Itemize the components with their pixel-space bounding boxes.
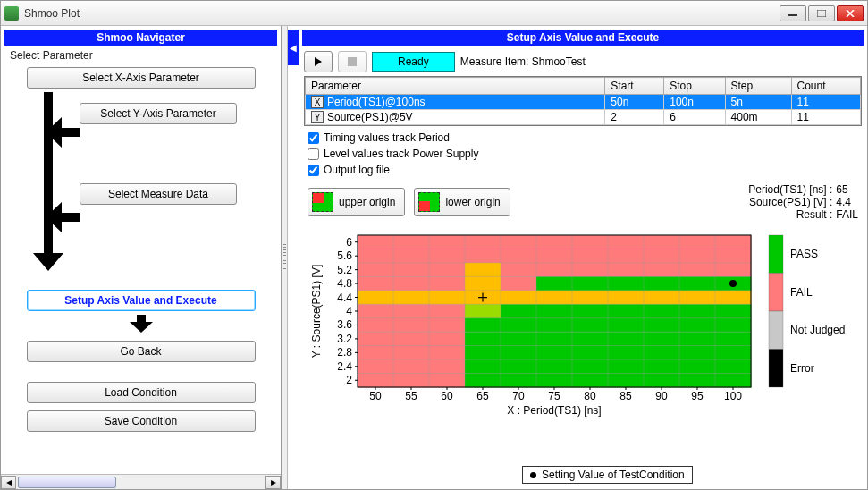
svg-rect-33 xyxy=(644,263,680,277)
svg-rect-68 xyxy=(715,304,752,318)
scroll-left-icon[interactable]: ◂ xyxy=(1,476,16,489)
svg-rect-51 xyxy=(501,291,537,305)
svg-rect-2 xyxy=(348,57,357,66)
svg-rect-86 xyxy=(572,332,609,346)
check-timing[interactable]: Timing values track Period xyxy=(308,131,858,144)
svg-rect-96 xyxy=(536,346,573,360)
svg-rect-118 xyxy=(536,374,573,388)
lower-origin-button[interactable]: lower origin xyxy=(414,188,510,216)
svg-rect-45 xyxy=(679,276,716,291)
svg-rect-104 xyxy=(429,359,466,374)
check-level[interactable]: Level values track Power Supply xyxy=(308,148,858,160)
svg-rect-72 xyxy=(465,318,501,333)
svg-rect-94 xyxy=(465,346,501,360)
svg-rect-198 xyxy=(769,274,783,312)
setup-axis-value-button[interactable]: Setup Axis Value and Execute xyxy=(27,290,256,311)
svg-rect-54 xyxy=(608,291,645,305)
svg-rect-29 xyxy=(501,263,537,277)
status-source-value: 4.4 xyxy=(836,196,858,208)
select-x-axis-button[interactable]: Select X-Axis Parameter xyxy=(27,67,256,89)
svg-rect-0 xyxy=(788,14,797,16)
select-y-axis-button[interactable]: Select Y-Axis Parameter xyxy=(80,103,237,124)
svg-rect-91 xyxy=(358,346,394,360)
maximize-button[interactable] xyxy=(808,5,835,21)
go-back-button[interactable]: Go Back xyxy=(27,341,256,362)
svg-rect-38 xyxy=(429,276,466,291)
svg-rect-120 xyxy=(608,374,645,388)
col-step[interactable]: Step xyxy=(725,78,791,95)
select-measure-data-button[interactable]: Select Measure Data xyxy=(80,183,237,205)
svg-rect-122 xyxy=(679,374,716,388)
svg-rect-109 xyxy=(608,359,645,374)
svg-text:55: 55 xyxy=(405,390,417,402)
svg-rect-59 xyxy=(393,304,430,318)
svg-text:65: 65 xyxy=(476,390,489,402)
svg-rect-65 xyxy=(608,304,645,318)
svg-rect-101 xyxy=(715,346,752,360)
scroll-right-icon[interactable]: ▸ xyxy=(265,476,281,489)
col-parameter[interactable]: Parameter xyxy=(306,78,605,95)
svg-rect-69 xyxy=(358,318,394,333)
setting-value-note: Setting Value of TestCondition xyxy=(522,466,693,484)
col-count[interactable]: Count xyxy=(791,78,860,95)
svg-rect-61 xyxy=(465,304,501,318)
check-log[interactable]: Output log file xyxy=(308,164,858,176)
svg-rect-119 xyxy=(572,374,609,388)
svg-rect-98 xyxy=(608,346,645,360)
svg-rect-202 xyxy=(769,350,783,388)
svg-rect-5 xyxy=(429,235,466,249)
svg-rect-121 xyxy=(644,374,680,388)
svg-rect-10 xyxy=(608,235,645,249)
svg-rect-23 xyxy=(679,249,716,263)
upper-origin-icon xyxy=(312,192,333,212)
col-stop[interactable]: Stop xyxy=(664,78,725,95)
close-button[interactable] xyxy=(837,5,864,21)
navigator-header: Shmoo Navigater xyxy=(4,30,277,46)
svg-rect-74 xyxy=(536,318,573,333)
svg-rect-21 xyxy=(608,249,645,263)
scroll-thumb[interactable] xyxy=(18,477,116,488)
shmoo-plot[interactable]: 65.65.24.84.443.63.22.82.425055606570758… xyxy=(304,226,858,441)
svg-rect-19 xyxy=(536,249,573,263)
svg-text:X : Period(TS1)  [ns]: X : Period(TS1) [ns] xyxy=(507,404,601,417)
play-button[interactable] xyxy=(304,51,333,72)
svg-text:3.2: 3.2 xyxy=(337,333,352,345)
splitter[interactable] xyxy=(282,26,288,489)
svg-rect-115 xyxy=(429,374,466,388)
svg-rect-60 xyxy=(429,304,466,318)
svg-rect-88 xyxy=(644,332,680,346)
load-condition-button[interactable]: Load Condition xyxy=(27,382,256,403)
svg-rect-200 xyxy=(769,311,783,350)
svg-rect-107 xyxy=(536,359,573,374)
svg-rect-35 xyxy=(715,263,752,277)
svg-rect-52 xyxy=(536,291,573,305)
upper-origin-button[interactable]: upper origin xyxy=(308,188,405,216)
col-start[interactable]: Start xyxy=(605,78,664,95)
svg-rect-64 xyxy=(572,304,609,318)
svg-rect-25 xyxy=(358,263,394,277)
svg-rect-93 xyxy=(429,346,466,360)
minimize-button[interactable] xyxy=(780,5,806,21)
svg-rect-83 xyxy=(465,332,501,346)
stop-button[interactable] xyxy=(338,51,367,72)
svg-rect-70 xyxy=(393,318,430,333)
svg-text:FAIL: FAIL xyxy=(790,286,813,299)
table-row[interactable]: XPeriod(TS1)@100ns50n100n5n11 xyxy=(306,95,861,110)
svg-rect-44 xyxy=(644,276,680,291)
svg-rect-24 xyxy=(715,249,752,263)
svg-text:4: 4 xyxy=(346,305,352,317)
left-hscrollbar[interactable]: ◂ ▸ xyxy=(1,474,281,489)
svg-rect-196 xyxy=(769,235,783,274)
save-condition-button[interactable]: Save Condition xyxy=(27,410,256,432)
collapse-left-icon[interactable]: ◀ xyxy=(288,30,299,65)
table-row[interactable]: YSource(PS1)@5V26400m11 xyxy=(306,110,861,125)
svg-rect-47 xyxy=(358,291,394,305)
parameter-table[interactable]: Parameter Start Stop Step Count XPeriod(… xyxy=(304,76,862,126)
svg-rect-55 xyxy=(644,291,680,305)
svg-rect-99 xyxy=(644,346,680,360)
svg-rect-77 xyxy=(644,318,680,333)
svg-rect-73 xyxy=(501,318,537,333)
svg-rect-58 xyxy=(358,304,394,318)
svg-text:5.6: 5.6 xyxy=(337,249,352,262)
svg-rect-43 xyxy=(608,276,645,291)
